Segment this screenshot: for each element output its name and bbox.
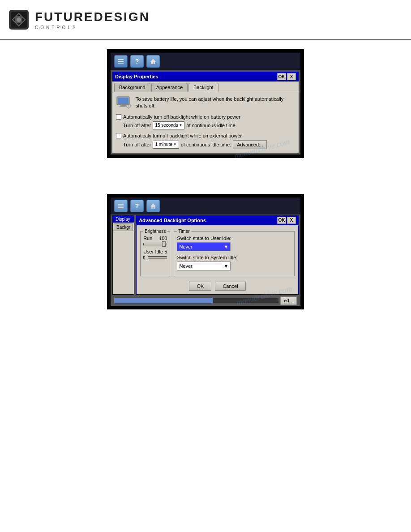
svg-point-13 xyxy=(128,105,129,107)
battery-dropdown[interactable]: 15 seconds ▼ xyxy=(153,121,184,129)
timer-section: Timer Switch state to User Idle: Never ▼ xyxy=(174,229,295,276)
svg-rect-20 xyxy=(118,207,124,208)
dialog1: Display Properties OK X Background Appea… xyxy=(112,72,299,153)
dialog1-title: Display Properties xyxy=(115,74,158,79)
question-icon: ? xyxy=(135,58,139,65)
external-turnoff-row: Turn off after 1 minute ▼ of continuous … xyxy=(123,140,295,149)
advanced-close-btn[interactable]: X xyxy=(287,217,296,224)
run-slider[interactable] xyxy=(143,243,167,245)
svg-rect-4 xyxy=(118,59,124,60)
run-label: Run xyxy=(143,236,152,241)
external-dropdown[interactable]: 1 minute ▼ xyxy=(153,141,179,149)
user-idle-timer-value: Never xyxy=(179,244,192,249)
advanced-ok-btn-title[interactable]: OK xyxy=(277,217,286,224)
lines-icon2 xyxy=(117,203,124,209)
home-icon2 xyxy=(150,202,157,210)
svg-marker-21 xyxy=(150,203,156,209)
advanced-button[interactable]: Advanced... xyxy=(233,140,267,149)
logo-container: FUTUREDESIGN CONTROLS xyxy=(35,10,150,30)
toolbar2-btn1[interactable] xyxy=(114,200,128,212)
toolbar1-btn2[interactable]: ? xyxy=(130,55,144,68)
svg-marker-7 xyxy=(150,59,156,64)
tab-background[interactable]: Background xyxy=(114,83,150,92)
monitor-icon xyxy=(116,96,132,109)
user-idle-timer-label: Switch state to User Idle: xyxy=(177,236,291,241)
backlight-info-text: To save battery life, you can adjust whe… xyxy=(136,96,295,110)
battery-turnoff-prefix: Turn off after xyxy=(123,123,151,128)
svg-rect-5 xyxy=(118,61,124,62)
user-idle-timer-row: Switch state to User Idle: Never ▼ xyxy=(177,236,291,251)
behind-tabs: Backgr xyxy=(113,223,134,231)
behind-layer: Display Backgr Advanced Backlight Option… xyxy=(111,215,300,306)
user-idle-slider[interactable] xyxy=(143,256,167,259)
toolbar2-btn2[interactable]: ? xyxy=(130,200,144,212)
battery-checkbox[interactable] xyxy=(116,114,121,120)
svg-rect-9 xyxy=(118,98,128,104)
battery-dropdown-value: 15 seconds xyxy=(155,123,178,128)
tab-appearance[interactable]: Appearance xyxy=(151,83,188,92)
user-idle-slider-thumb xyxy=(145,255,148,260)
logo-sub: CONTROLS xyxy=(35,25,150,30)
svg-rect-19 xyxy=(118,206,124,206)
user-idle-label: User Idle xyxy=(143,249,163,254)
run-slider-thumb xyxy=(162,241,166,247)
system-idle-timer-row: Switch state to System Idle: Never ▼ xyxy=(177,255,291,270)
advanced-dialog-body: Brightness Run 100 xyxy=(136,225,299,295)
external-checkbox-label: Automaticaly turn off backlight while on… xyxy=(123,133,242,138)
lines-icon xyxy=(117,58,124,64)
question-icon2: ? xyxy=(135,202,139,210)
system-idle-arrow: ▼ xyxy=(223,263,228,269)
timer-legend: Timer xyxy=(177,229,191,234)
advanced-dialog-wrapper: Advanced Backlight Options OK X Brightne… xyxy=(136,215,299,295)
behind-tab-content xyxy=(113,231,134,233)
brightness-section: Brightness Run 100 xyxy=(140,229,170,276)
screenshot2-container: ? Display Backgr xyxy=(107,194,304,309)
dialog1-content: To save battery life, you can adjust whe… xyxy=(112,92,299,153)
system-idle-value: Never xyxy=(179,263,192,269)
behind-titlebar: Display xyxy=(113,216,134,223)
external-turnoff-prefix: Turn off after xyxy=(123,142,151,147)
svg-rect-18 xyxy=(118,204,124,205)
toolbar2: ? xyxy=(111,197,300,215)
dialog1-wrapper: Display Properties OK X Background Appea… xyxy=(111,70,300,154)
dialog1-titlebar: Display Properties OK X xyxy=(112,72,299,82)
toolbar1-btn1[interactable] xyxy=(114,55,128,68)
user-idle-timer-dropdown[interactable]: Never ▼ xyxy=(177,242,231,251)
svg-rect-6 xyxy=(118,63,124,64)
progress-bar xyxy=(114,298,213,303)
screenshot1-container: ? Display Properties OK X xyxy=(107,49,304,158)
progress-bar-bg xyxy=(114,298,278,303)
svg-point-3 xyxy=(17,17,21,22)
header: FUTUREDESIGN CONTROLS xyxy=(0,0,411,40)
toolbar2-btn3[interactable] xyxy=(146,200,160,212)
advanced-content: Brightness Run 100 xyxy=(137,225,298,280)
user-idle-value: 5 xyxy=(164,249,167,254)
main-content: ? Display Properties OK X xyxy=(0,40,411,332)
toolbar1: ? xyxy=(111,53,300,70)
battery-checkbox-row: Automatically turn off backlight while o… xyxy=(116,114,295,120)
battery-suffix: of continuous idle time. xyxy=(186,123,237,128)
external-checkbox[interactable] xyxy=(116,133,121,138)
external-suffix: of continuous idle time. xyxy=(181,142,231,147)
backlight-info: To save battery life, you can adjust whe… xyxy=(116,96,295,110)
advanced-ok-button[interactable]: OK xyxy=(189,282,211,291)
advanced-btn-behind[interactable]: ed... xyxy=(280,296,297,305)
battery-turnoff-row: Turn off after 15 seconds ▼ of continuou… xyxy=(123,121,295,129)
system-idle-dropdown[interactable]: Never ▼ xyxy=(177,262,231,270)
behind-tab-backgr: Backgr xyxy=(114,223,133,231)
toolbar1-btn3[interactable] xyxy=(146,55,160,68)
dialog1-close-btn[interactable]: X xyxy=(287,73,296,80)
run-value: 100 xyxy=(159,236,167,241)
advanced-cancel-button[interactable]: Cancel xyxy=(215,282,245,291)
dialog1-ok-btn[interactable]: OK xyxy=(277,73,286,80)
battery-dropdown-arrow: ▼ xyxy=(179,123,183,127)
user-idle-row: User Idle 5 xyxy=(143,249,167,254)
behind-dialog-partial: Display Backgr xyxy=(112,215,134,295)
tab-backlight[interactable]: Backlight xyxy=(188,83,218,92)
logo-icon xyxy=(8,9,30,30)
advanced-titlebar-buttons: OK X xyxy=(277,217,296,224)
dialog1-tabs: Background Appearance Backlight xyxy=(112,82,299,92)
system-idle-label: Switch state to System Idle: xyxy=(177,255,291,260)
advanced-dialog-buttons: OK Cancel xyxy=(137,280,298,294)
external-checkbox-row: Automaticaly turn off backlight while on… xyxy=(116,133,295,138)
